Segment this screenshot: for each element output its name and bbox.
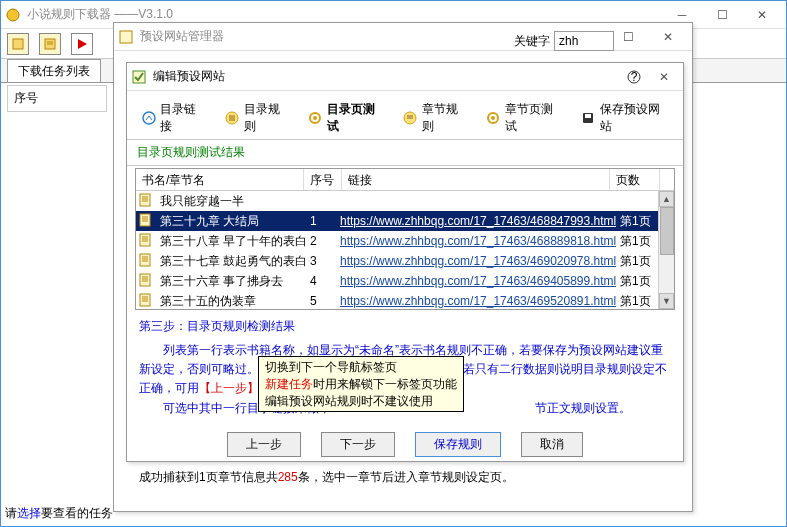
svg-rect-40 [140,274,150,286]
edit-close-button[interactable]: ✕ [649,63,679,91]
button-row: 上一步 下一步 保存规则 取消 [127,424,683,465]
tab-dir-test-label: 目录页测试 [327,101,385,135]
status-suffix: 要查看的任务 [41,506,113,520]
doc-icon [138,253,154,269]
close-button[interactable]: ✕ [742,1,782,29]
cell-link: https://www.zhhbqg.com/17_17463/46884799… [336,212,616,230]
cell-seq: 4 [306,272,336,290]
tab-chap-test[interactable]: 章节页测试 [480,97,569,139]
edit-titlebar: 编辑预设网站 ? ✕ [127,63,683,91]
result-line: 成功捕获到1页章节信息共285条，选中一章节后进入章节规则设定页。 [127,465,683,490]
edit-help-button[interactable]: ? [619,63,649,91]
doc-icon [138,293,154,309]
svg-rect-24 [140,194,150,206]
main-title: 小说规则下载器 ——V3.1.0 [27,6,662,23]
tooltip: 切换到下一个导航标签页 新建任务时用来解锁下一标签页功能 编辑预设网站规则时不建… [258,356,464,412]
cell-seq: 1 [306,212,336,230]
status-highlight: 选择 [17,506,41,520]
svg-rect-32 [140,234,150,246]
cell-name: 第三十八章 早了十年的表白 [156,231,306,252]
list-icon [402,110,417,126]
svg-text:?: ? [631,70,638,84]
app-icon [5,7,21,23]
table-row[interactable]: 第三十七章 鼓起勇气的表白3https://www.zhhbqg.com/17_… [136,251,674,271]
save-rule-button[interactable]: 保存规则 [415,432,501,457]
maximize-button[interactable]: ☐ [702,1,742,29]
left-column: 序号 [7,85,107,112]
cell-name: 第三十七章 鼓起勇气的表白 [156,251,306,272]
svg-rect-36 [140,254,150,266]
status-bar: 请选择要查看的任务 [5,505,113,522]
preset-maximize-button[interactable]: ☐ [608,23,648,51]
preset-title: 预设网站管理器 [140,28,568,45]
prev-button[interactable]: 上一步 [227,432,301,457]
cell-name: 第三十六章 事了拂身去 [156,271,306,292]
col-seq[interactable]: 序号 [304,169,342,190]
tab-download-list[interactable]: 下载任务列表 [7,59,101,82]
doc-icon [138,273,154,289]
cell-link [336,199,616,203]
list-icon [224,110,239,126]
results-table: 书名/章节名 序号 链接 页数 我只能穿越一半第三十九章 大结局1https:/… [135,168,675,310]
tab-chap-rule-label: 章节规则 [422,101,468,135]
group-title: 目录页规则测试结果 [127,140,683,166]
tab-dir-test[interactable]: 目录页测试 [302,97,391,139]
tab-dir-rule[interactable]: 目录规则 [218,97,295,139]
doc-icon [138,213,154,229]
cell-name: 第三十九章 大结局 [156,211,306,232]
tab-save-label: 保存预设网站 [600,101,669,135]
home-icon [141,110,156,126]
table-row[interactable]: 我只能穿越一半 [136,191,674,211]
svg-point-10 [143,112,155,124]
cell-name: 第三十五的伪装章 [156,291,306,311]
table-row[interactable]: 第三十九章 大结局1https://www.zhhbqg.com/17_1746… [136,211,674,231]
cell-seq: 5 [306,292,336,310]
status-prefix: 请 [5,506,17,520]
col-link[interactable]: 链接 [342,169,610,190]
col-header-seq: 序号 [7,85,107,112]
svg-point-0 [7,9,19,21]
gear-icon [308,110,323,126]
save-icon [581,110,596,126]
cancel-button[interactable]: 取消 [521,432,583,457]
cell-name: 我只能穿越一半 [156,191,306,212]
tab-chap-rule[interactable]: 章节规则 [396,97,473,139]
scrollbar-thumb[interactable] [660,207,674,255]
cell-link: https://www.zhhbqg.com/17_17463/46888981… [336,232,616,250]
table-row[interactable]: 第三十六章 事了拂身去4https://www.zhhbqg.com/17_17… [136,271,674,291]
svg-rect-28 [140,214,150,226]
scroll-down-button[interactable]: ▼ [659,293,674,309]
table-row[interactable]: 第三十八章 早了十年的表白2https://www.zhhbqg.com/17_… [136,231,674,251]
cell-link: https://www.zhhbqg.com/17_17463/46952089… [336,292,616,310]
preset-close-button[interactable]: ✕ [648,23,688,51]
tab-dir-link-label: 目录链接 [160,101,206,135]
preset-icon [118,29,134,45]
svg-rect-44 [140,294,150,306]
scroll-up-button[interactable]: ▲ [659,191,674,207]
col-page[interactable]: 页数 [610,169,660,190]
svg-rect-6 [120,31,132,43]
table-row[interactable]: 第三十五的伪装章5https://www.zhhbqg.com/17_17463… [136,291,674,310]
svg-point-16 [313,116,317,120]
svg-rect-23 [585,114,591,118]
edit-title: 编辑预设网站 [153,68,619,85]
toolbar-play-button[interactable] [71,33,93,55]
tab-chap-test-label: 章节页测试 [505,101,563,135]
tab-dir-link[interactable]: 目录链接 [135,97,212,139]
cell-seq: 3 [306,252,336,270]
cell-seq: 2 [306,232,336,250]
vertical-scrollbar[interactable]: ▲ ▼ [658,191,674,309]
edit-tab-strip: 目录链接 目录规则 目录页测试 章节规则 章节页测试 保存预设网站 [127,91,683,140]
next-button[interactable]: 下一步 [321,432,395,457]
toolbar-btn-2[interactable] [39,33,61,55]
step3-title: 第三步：目录页规则检测结果 [139,318,671,335]
gear-icon [486,110,501,126]
table-header: 书名/章节名 序号 链接 页数 [136,169,674,191]
svg-marker-5 [78,39,87,49]
toolbar-btn-1[interactable] [7,33,29,55]
col-name[interactable]: 书名/章节名 [136,169,304,190]
cell-link: https://www.zhhbqg.com/17_17463/46940589… [336,272,616,290]
table-body: 我只能穿越一半第三十九章 大结局1https://www.zhhbqg.com/… [136,191,674,310]
cell-link: https://www.zhhbqg.com/17_17463/46902097… [336,252,616,270]
tab-save[interactable]: 保存预设网站 [575,97,675,139]
